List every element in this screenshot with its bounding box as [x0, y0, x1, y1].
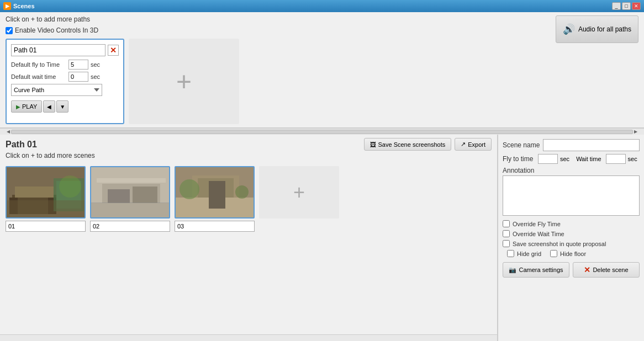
annotation-section: Annotation: [503, 167, 640, 217]
fly-sec-label: sec: [560, 156, 569, 162]
export-icon: ↗: [461, 141, 466, 148]
svg-rect-14: [91, 203, 169, 217]
window-controls[interactable]: _ □ ✕: [612, 2, 641, 10]
header-buttons: 🖼 Save Scene screenshots ↗ Export: [364, 138, 492, 151]
path-type-row: Curve Path Straight Path: [11, 84, 119, 96]
path-card-01: ✕ Default fly to Time sec Default wait t…: [6, 39, 124, 124]
top-left-area: Click on + to add more paths Enable Vide…: [6, 15, 556, 124]
scene-card-3: [175, 166, 255, 232]
window-title-area: ▶ Scenes: [3, 2, 612, 10]
delete-path-icon: ✕: [110, 46, 117, 55]
hide-floor-row: Hide floor: [550, 250, 586, 257]
save-screenshot-row: Save screenshot in quote proposal: [503, 240, 640, 247]
maximize-button[interactable]: □: [622, 2, 631, 10]
add-scenes-hint: Click on + to add more scenes: [0, 152, 497, 162]
save-screenshot-label: Save screenshot in quote proposal: [513, 241, 606, 247]
svg-rect-2: [15, 187, 54, 198]
fly-wait-row: Fly to time sec Wait time sec: [503, 154, 640, 164]
delete-scene-icon: ✕: [584, 265, 590, 274]
scroll-track-inner[interactable]: [11, 130, 633, 134]
svg-rect-15: [97, 178, 166, 183]
scroll-left-arrow[interactable]: ◀: [7, 129, 10, 134]
close-button[interactable]: ✕: [632, 2, 641, 10]
fly-to-time-label: Fly to time: [503, 155, 536, 163]
hide-floor-checkbox[interactable]: [550, 250, 557, 257]
scene-name-input[interactable]: [543, 139, 640, 151]
scene-label-input-3[interactable]: [175, 221, 255, 232]
hide-floor-label: Hide floor: [560, 251, 586, 257]
scene-visual-3: [176, 167, 254, 217]
thumb-content-2: [91, 167, 169, 217]
left-panel: Path 01 🖼 Save Scene screenshots ↗ Expor…: [0, 135, 498, 341]
bottom-section: Path 01 🖼 Save Scene screenshots ↗ Expor…: [0, 135, 644, 341]
path-title: Path 01: [6, 140, 37, 150]
override-fly-label: Override Fly Time: [513, 221, 561, 227]
wait-time-label: Default wait time: [11, 73, 66, 80]
play-icon: ▶: [16, 104, 20, 110]
override-fly-checkbox[interactable]: [503, 220, 510, 227]
hide-grid-row: Hide grid: [507, 250, 541, 257]
scenes-grid: +: [0, 162, 497, 334]
wait-time-input[interactable]: [606, 154, 626, 164]
fly-time-row: Default fly to Time sec: [11, 60, 119, 70]
scene-label-input-1[interactable]: [6, 221, 86, 232]
hide-grid-label: Hide grid: [517, 251, 541, 257]
scene-thumb-3[interactable]: [175, 166, 255, 219]
override-fly-row: Override Fly Time: [503, 220, 640, 227]
camera-settings-button[interactable]: 📷 Camera settings: [503, 262, 569, 278]
fly-time-input[interactable]: [68, 60, 88, 70]
fly-sec-label: sec: [91, 61, 100, 68]
annotation-label: Annotation: [503, 167, 640, 174]
prev-button[interactable]: ◀: [43, 100, 55, 113]
add-path-box[interactable]: +: [129, 39, 239, 124]
wait-time-row: Default wait time sec: [11, 72, 119, 82]
scene-thumb-1[interactable]: [6, 166, 86, 219]
enable-video-checkbox[interactable]: [6, 27, 13, 34]
app-icon: ▶: [3, 2, 11, 10]
bottom-horizontal-scrollbar[interactable]: [0, 334, 497, 341]
path-header: Path 01 🖼 Save Scene screenshots ↗ Expor…: [0, 135, 497, 152]
delete-path-button[interactable]: ✕: [108, 45, 119, 56]
path-name-input[interactable]: [11, 44, 105, 56]
scene-thumb-2[interactable]: [90, 166, 170, 219]
add-scene-box[interactable]: +: [259, 166, 339, 219]
path-card-header: ✕: [11, 44, 119, 56]
wait-time-label: Wait time: [576, 156, 601, 162]
wait-time-input[interactable]: [68, 72, 88, 82]
hide-grid-checkbox[interactable]: [507, 250, 514, 257]
override-wait-label: Override Wait Time: [513, 231, 564, 237]
minimize-button[interactable]: _: [612, 2, 621, 10]
enable-video-label: Enable Video Controls In 3D: [15, 26, 98, 34]
annotation-textarea[interactable]: [503, 175, 640, 216]
export-button[interactable]: ↗ Export: [455, 138, 492, 151]
hide-options-row: Hide grid Hide floor: [507, 250, 640, 257]
play-button[interactable]: ▶ PLAY: [11, 100, 42, 113]
enable-video-row: Enable Video Controls In 3D: [6, 26, 556, 34]
playback-controls: ▶ PLAY ◀ ▼: [11, 100, 119, 113]
svg-point-22: [235, 185, 249, 199]
override-wait-checkbox[interactable]: [503, 230, 510, 237]
wait-sec-label: sec: [628, 156, 637, 162]
dropdown-ctrl-button[interactable]: ▼: [56, 100, 68, 113]
audio-all-paths-button[interactable]: 🔊 Audio for all paths: [556, 15, 638, 43]
main-content: Click on + to add more paths Enable Vide…: [0, 12, 644, 341]
top-section: Click on + to add more paths Enable Vide…: [0, 12, 644, 128]
camera-icon: 📷: [509, 267, 516, 274]
save-screenshots-button[interactable]: 🖼 Save Scene screenshots: [364, 138, 452, 151]
svg-point-7: [59, 175, 81, 198]
svg-point-21: [180, 179, 199, 199]
fly-to-time-input[interactable]: [538, 154, 558, 164]
top-horizontal-scrollbar[interactable]: ◀ ▶: [0, 128, 644, 135]
scene-visual-1: [7, 167, 85, 217]
window-titlebar: ▶ Scenes _ □ ✕: [0, 0, 644, 12]
path-cards-area: ✕ Default fly to Time sec Default wait t…: [6, 39, 556, 124]
fly-time-label: Default fly to Time: [11, 61, 66, 68]
save-screenshot-checkbox[interactable]: [503, 240, 510, 247]
scene-label-input-2[interactable]: [90, 221, 170, 232]
scroll-right-arrow[interactable]: ▶: [634, 129, 637, 134]
delete-scene-button[interactable]: ✕ Delete scene: [573, 262, 640, 278]
path-type-select[interactable]: Curve Path Straight Path: [11, 84, 102, 96]
add-paths-hint: Click on + to add more paths: [6, 15, 556, 23]
override-wait-row: Override Wait Time: [503, 230, 640, 237]
speaker-icon: 🔊: [563, 23, 575, 35]
